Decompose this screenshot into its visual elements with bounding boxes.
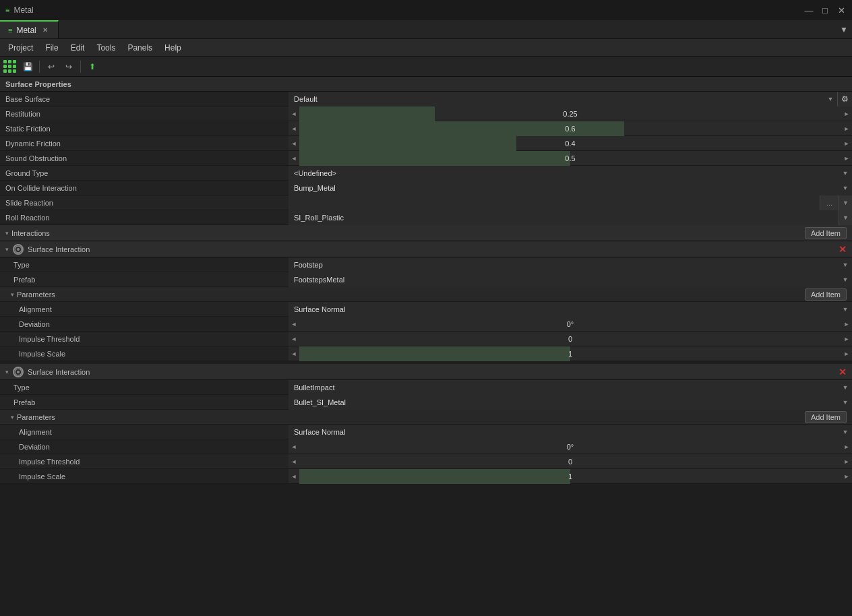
si1-impulse-scale-track[interactable]: 1 [299,346,841,361]
prop-value-on-collide[interactable]: Bump_Metal ▼ [288,181,852,195]
dynamic-friction-right-arrow[interactable]: ► [841,136,852,151]
si1-type-dropdown[interactable]: Footstep ▼ [288,257,852,272]
on-collide-dropdown[interactable]: Bump_Metal ▼ [288,181,852,195]
si2-type-dropdown-arrow[interactable]: ▼ [839,380,852,395]
si1-type-dropdown-arrow[interactable]: ▼ [839,257,852,272]
interactions-collapse-arrow[interactable]: ▾ [5,230,9,237]
toolbar-export-button[interactable]: ⬆ [85,59,100,74]
roll-reaction-dropdown[interactable]: SI_Roll_Plastic [288,210,839,225]
si1-deviation-slider[interactable]: ◄ 0° ► [288,317,852,331]
toolbar-save-button[interactable]: 💾 [20,59,35,74]
si1-deviation-track[interactable]: 0° [299,317,841,332]
base-surface-dropdown[interactable]: Default ▼ [288,92,837,106]
menu-help[interactable]: Help [159,41,187,55]
si1-impulse-scale-right-arrow[interactable]: ► [841,346,852,361]
toolbar-grid-button[interactable] [3,59,18,74]
menu-panels[interactable]: Panels [122,41,158,55]
dynamic-friction-left-arrow[interactable]: ◄ [288,136,299,151]
si1-alignment-dropdown-arrow[interactable]: ▼ [839,302,852,317]
dynamic-friction-track[interactable]: 0.4 [299,136,841,151]
toolbar-redo-button[interactable]: ↪ [61,59,76,74]
static-friction-right-arrow[interactable]: ► [841,121,852,136]
si2-alignment-value[interactable]: Surface Normal ▼ [288,425,852,439]
si1-impulse-threshold-track[interactable]: 0 [299,332,841,346]
menu-project[interactable]: Project [3,41,38,55]
static-friction-left-arrow[interactable]: ◄ [288,121,299,136]
prop-value-slide-reaction[interactable]: ... ▼ [288,195,852,210]
sound-obstruction-track[interactable]: 0.5 [299,151,841,166]
restitution-slider[interactable]: ◄ 0.25 ► [288,106,852,121]
si2-collapse-arrow[interactable]: ▾ [5,369,9,375]
minimize-button[interactable]: — [803,5,814,16]
si2-delete-button[interactable]: ✕ [839,367,847,377]
si1-alignment-dropdown[interactable]: Surface Normal ▼ [288,302,852,317]
static-friction-slider[interactable]: ◄ 0.6 ► [288,121,852,135]
slide-reaction-dots-button[interactable]: ... [820,195,839,210]
si1-type-value[interactable]: Footstep ▼ [288,257,852,272]
si2-deviation-slider[interactable]: ◄ 0° ► [288,439,852,454]
roll-reaction-dropdown-arrow[interactable]: ▼ [839,210,852,225]
prop-value-roll-reaction[interactable]: SI_Roll_Plastic ▼ [288,210,852,224]
menu-edit[interactable]: Edit [65,41,90,55]
si1-impulse-scale-left-arrow[interactable]: ◄ [288,346,299,361]
interactions-add-item-button[interactable]: Add Item [805,227,847,239]
on-collide-dropdown-arrow[interactable]: ▼ [839,181,852,195]
si2-alignment-dropdown[interactable]: Surface Normal ▼ [288,425,852,439]
close-button[interactable]: ✕ [836,5,847,16]
metal-tab[interactable]: ≡ Metal ✕ [0,20,59,38]
si2-impulse-threshold-right-arrow[interactable]: ► [841,454,852,469]
si1-impulse-threshold-left-arrow[interactable]: ◄ [288,332,299,346]
base-surface-settings-button[interactable]: ⚙ [837,92,852,106]
si1-impulse-threshold-slider[interactable]: ◄ 0 ► [288,332,852,346]
prop-value-dynamic-friction[interactable]: ◄ 0.4 ► [288,136,852,150]
si1-parameters-collapse[interactable]: ▾ [11,291,14,298]
si2-deviation-value[interactable]: ◄ 0° ► [288,439,852,454]
prop-value-sound-obstruction[interactable]: ◄ 0.5 ► [288,151,852,165]
sound-obstruction-left-arrow[interactable]: ◄ [288,151,299,166]
si2-impulse-scale-right-arrow[interactable]: ► [841,469,852,484]
slide-reaction-dropdown[interactable] [288,195,820,210]
si2-impulse-threshold-track[interactable]: 0 [299,454,841,469]
si2-impulse-threshold-slider[interactable]: ◄ 0 ► [288,454,852,468]
maximize-button[interactable]: □ [820,5,830,16]
si1-impulse-threshold-value[interactable]: ◄ 0 ► [288,332,852,346]
si2-alignment-dropdown-arrow[interactable]: ▼ [839,425,852,439]
prop-value-restitution[interactable]: ◄ 0.25 ► [288,106,852,121]
si1-impulse-scale-value[interactable]: ◄ 1 ► [288,346,852,361]
si1-prefab-dropdown-arrow[interactable]: ▼ [839,272,852,287]
restitution-right-arrow[interactable]: ► [841,106,852,121]
si1-delete-button[interactable]: ✕ [839,244,847,255]
si2-impulse-scale-slider[interactable]: ◄ 1 ► [288,469,852,483]
si1-collapse-arrow[interactable]: ▾ [5,246,9,253]
prop-value-base-surface[interactable]: Default ▼ ⚙ [288,92,852,106]
title-bar-controls[interactable]: — □ ✕ [803,5,847,16]
base-surface-dropdown-arrow[interactable]: ▼ [824,92,837,106]
slide-reaction-dropdown-arrow[interactable]: ▼ [839,195,852,210]
si2-type-value[interactable]: BulletImpact ▼ [288,380,852,394]
si1-deviation-left-arrow[interactable]: ◄ [288,317,299,332]
menu-file[interactable]: File [40,41,63,55]
sound-obstruction-right-arrow[interactable]: ► [841,151,852,166]
si1-deviation-value[interactable]: ◄ 0° ► [288,317,852,331]
si1-impulse-scale-slider[interactable]: ◄ 1 ► [288,346,852,361]
si1-alignment-value[interactable]: Surface Normal ▼ [288,302,852,316]
menu-tools[interactable]: Tools [91,41,121,55]
si2-parameters-collapse[interactable]: ▾ [11,414,14,421]
ground-type-dropdown-arrow[interactable]: ▼ [839,166,852,181]
si2-impulse-scale-track[interactable]: 1 [299,469,841,484]
si2-deviation-right-arrow[interactable]: ► [841,439,852,454]
static-friction-track[interactable]: 0.6 [299,121,841,136]
si2-impulse-threshold-value[interactable]: ◄ 0 ► [288,454,852,468]
si2-impulse-scale-left-arrow[interactable]: ◄ [288,469,299,484]
tab-close-button[interactable]: ✕ [40,26,50,35]
si2-impulse-scale-value[interactable]: ◄ 1 ► [288,469,852,483]
prop-value-static-friction[interactable]: ◄ 0.6 ► [288,121,852,135]
si1-prefab-value[interactable]: FootstepsMetal ▼ [288,272,852,286]
si2-deviation-left-arrow[interactable]: ◄ [288,439,299,454]
si2-prefab-value[interactable]: Bullet_SI_Metal ▼ [288,395,852,409]
prop-value-ground-type[interactable]: <Undefined> ▼ [288,166,852,180]
si2-type-dropdown[interactable]: BulletImpact ▼ [288,380,852,395]
si1-parameters-add-item-button[interactable]: Add Item [805,288,847,301]
si1-deviation-right-arrow[interactable]: ► [841,317,852,332]
si2-prefab-dropdown-arrow[interactable]: ▼ [839,395,852,410]
